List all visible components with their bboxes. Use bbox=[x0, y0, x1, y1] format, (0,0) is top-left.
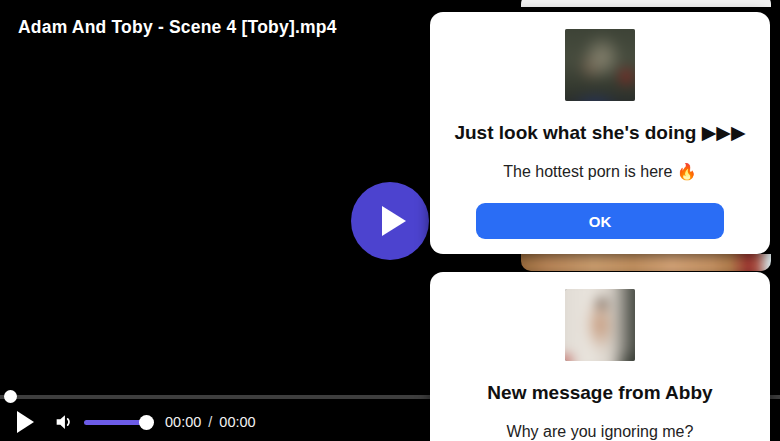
ad-top-bar bbox=[521, 0, 771, 7]
speaker-icon bbox=[53, 411, 75, 433]
seek-thumb[interactable] bbox=[4, 390, 17, 403]
mute-button[interactable] bbox=[53, 411, 75, 433]
big-play-button[interactable] bbox=[351, 182, 429, 260]
popup-ad-2: New message from Abby Why are you ignori… bbox=[430, 272, 770, 441]
time-display: 00:00 / 00:00 bbox=[165, 414, 256, 430]
play-button[interactable] bbox=[17, 411, 34, 433]
video-player-page: Adam And Toby - Scene 4 [Toby].mp4 00:00… bbox=[0, 0, 780, 441]
time-separator: / bbox=[208, 414, 212, 430]
ad-image bbox=[521, 254, 771, 271]
volume-slider[interactable] bbox=[84, 420, 146, 425]
popup-1-headline: Just look what she's doing ▶▶▶ bbox=[430, 120, 770, 146]
popup-2-headline: New message from Abby bbox=[430, 380, 770, 406]
duration: 00:00 bbox=[219, 414, 255, 430]
popup-2-photo-thumbnail[interactable] bbox=[565, 289, 635, 361]
volume-thumb[interactable] bbox=[139, 415, 154, 430]
popup-2-subtext: Why are you ignoring me? bbox=[430, 421, 770, 441]
popup-1-photo-thumbnail[interactable] bbox=[565, 29, 635, 101]
ok-button[interactable]: OK bbox=[476, 203, 724, 239]
video-title: Adam And Toby - Scene 4 [Toby].mp4 bbox=[18, 17, 337, 38]
play-icon bbox=[382, 206, 406, 236]
popup-1-subtext: The hottest porn is here 🔥 bbox=[430, 161, 770, 183]
current-time: 00:00 bbox=[165, 414, 201, 430]
popup-ad-1: Just look what she's doing ▶▶▶ The hotte… bbox=[430, 12, 770, 254]
